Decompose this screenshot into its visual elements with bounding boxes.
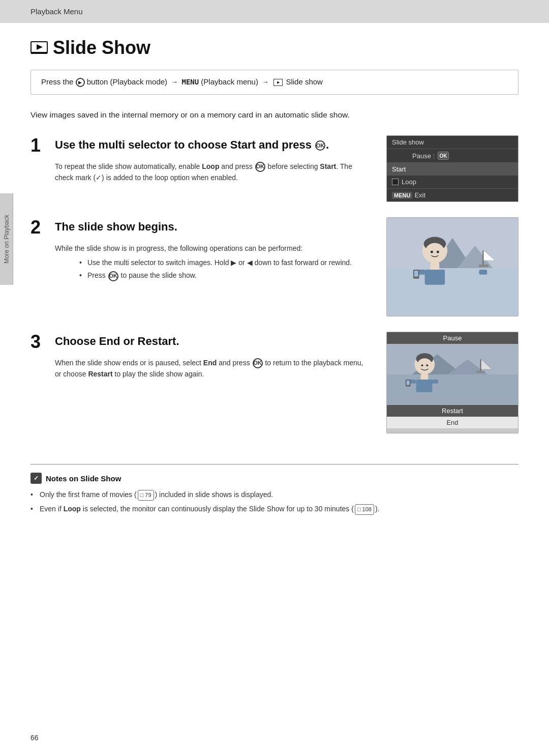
step-3-title: Choose End or Restart. xyxy=(55,332,179,348)
play-button-icon: ▶ xyxy=(76,78,85,87)
bullet-2: Press OK to pause the slide show. xyxy=(79,270,371,281)
svg-rect-7 xyxy=(387,268,517,316)
page: Playback Menu More on Playback Slide Sho… xyxy=(0,0,549,756)
svg-rect-27 xyxy=(480,359,481,372)
main-content: Slide Show Press the ▶ button (Playback … xyxy=(0,37,549,548)
step-2-body: While the slide show is in progress, the… xyxy=(55,243,371,281)
sidebar-label: More on Playback xyxy=(3,215,10,264)
step-2-bullets: Use the multi selector to switch images.… xyxy=(79,257,371,281)
svg-point-32 xyxy=(417,358,433,374)
page-number: 66 xyxy=(30,734,39,742)
notes-heading: ✓ Notes on Slide Show xyxy=(30,473,518,484)
ref-108: □ 108 xyxy=(355,504,374,515)
step-1-body: To repeat the slide show automatically, … xyxy=(55,161,371,184)
svg-rect-17 xyxy=(425,270,445,285)
svg-rect-1 xyxy=(31,52,47,54)
ok-icon-3: OK xyxy=(253,358,263,368)
step-3-body: When the slide show ends or is paused, s… xyxy=(55,357,371,380)
step-2-heading: 2 The slide show begins. xyxy=(30,217,371,238)
svg-rect-19 xyxy=(479,270,487,275)
pause-image xyxy=(387,344,518,405)
camera-image xyxy=(386,217,518,316)
title-row: Slide Show xyxy=(30,37,518,59)
ok-icon-2: OK xyxy=(108,271,118,281)
bullet-1: Use the multi selector to switch images.… xyxy=(79,257,371,268)
step-3-left: 3 Choose End or Restart. When the slide … xyxy=(30,332,371,380)
menu-title: Slide show xyxy=(387,136,518,149)
breadcrumb: Playback Menu xyxy=(0,0,549,23)
instruction-box: Press the ▶ button (Playback mode) → MEN… xyxy=(30,70,518,95)
svg-rect-38 xyxy=(431,380,438,384)
note-1: Only the first frame of movies (□ 79) in… xyxy=(30,489,518,501)
step-1-screenshot: Slide show Pause : OK Start Loop MENU Ex… xyxy=(386,135,518,202)
svg-rect-8 xyxy=(482,250,483,266)
svg-point-33 xyxy=(421,364,423,366)
slide-show-menu-icon: ▶ xyxy=(273,79,283,86)
step-1-number: 1 xyxy=(30,135,51,156)
pause-top-bar: Pause xyxy=(387,332,518,344)
step-1-heading: 1 Use the multi selector to choose Start… xyxy=(30,135,371,156)
note-2: Even if Loop is selected, the monitor ca… xyxy=(30,503,518,515)
svg-rect-21 xyxy=(414,271,418,277)
step-3-heading: 3 Choose End or Restart. xyxy=(30,332,371,352)
step-1-title: Use the multi selector to choose Start a… xyxy=(55,135,329,152)
svg-point-15 xyxy=(437,251,439,253)
svg-point-34 xyxy=(426,364,428,366)
menu-pause-row: Pause : OK xyxy=(387,149,518,163)
pause-label: Pause : xyxy=(412,152,435,160)
step-3-screenshot: Pause xyxy=(386,332,518,433)
svg-point-14 xyxy=(431,251,433,253)
pause-ok-badge: OK xyxy=(438,152,449,160)
menu-loop-item: Loop xyxy=(387,176,518,188)
menu-label-badge: MENU xyxy=(392,192,412,199)
pause-end-row: End xyxy=(387,417,518,428)
step-2-section: 2 The slide show begins. While the slide… xyxy=(30,217,518,316)
intro-text: View images saved in the internal memory… xyxy=(30,109,518,121)
notes-icon: ✓ xyxy=(30,473,42,484)
step-1-section: 1 Use the multi selector to choose Start… xyxy=(30,135,518,202)
svg-rect-26 xyxy=(387,374,518,405)
step-1-left: 1 Use the multi selector to choose Start… xyxy=(30,135,371,183)
exit-label: Exit xyxy=(414,191,425,199)
step-2-screenshot xyxy=(386,217,518,316)
pause-restart-row: Restart xyxy=(387,405,518,417)
step-2-title: The slide show begins. xyxy=(55,217,177,234)
slide-show-icon xyxy=(30,41,48,55)
step-2-number: 2 xyxy=(30,217,51,238)
menu-exit-row: MENU Exit xyxy=(387,188,518,201)
step-3-section: 3 Choose End or Restart. When the slide … xyxy=(30,332,518,433)
instruction-text: Press the ▶ button (Playback mode) → MEN… xyxy=(41,77,323,86)
svg-rect-40 xyxy=(407,381,410,385)
pause-screenshot: Pause xyxy=(386,332,518,433)
svg-rect-29 xyxy=(476,371,485,373)
page-title: Slide Show xyxy=(53,37,150,59)
svg-point-13 xyxy=(425,243,445,264)
sidebar-tab: More on Playback xyxy=(0,193,13,285)
menu-screenshot: Slide show Pause : OK Start Loop MENU Ex… xyxy=(386,135,518,202)
breadcrumb-text: Playback Menu xyxy=(30,7,83,16)
notes-section: ✓ Notes on Slide Show Only the first fra… xyxy=(30,464,518,515)
ok-icon-1b: OK xyxy=(255,162,265,172)
loop-checkbox xyxy=(392,179,399,185)
ok-icon-1: OK xyxy=(315,140,325,151)
svg-marker-2 xyxy=(37,44,43,50)
notes-list: Only the first frame of movies (□ 79) in… xyxy=(30,489,518,515)
loop-label: Loop xyxy=(402,178,416,186)
notes-title: Notes on Slide Show xyxy=(46,474,121,483)
step-2-left: 2 The slide show begins. While the slide… xyxy=(30,217,371,283)
svg-rect-36 xyxy=(416,380,433,392)
svg-rect-16 xyxy=(430,263,439,270)
ref-79: □ 79 xyxy=(138,490,154,501)
step-3-number: 3 xyxy=(30,332,51,352)
svg-rect-35 xyxy=(420,374,428,380)
svg-rect-10 xyxy=(478,265,489,267)
menu-start-item: Start xyxy=(387,163,518,176)
